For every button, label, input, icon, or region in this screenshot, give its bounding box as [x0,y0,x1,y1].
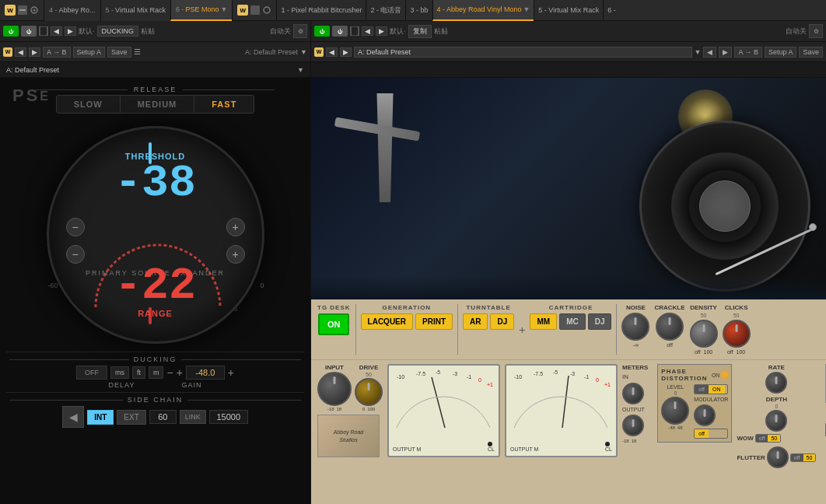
dj2-btn[interactable]: DJ [588,313,612,330]
sc-speaker-btn[interactable]: ◀ [62,406,84,428]
right-tab-5[interactable]: 5 - Virtual Mix Rack [534,0,603,21]
right-tab-2[interactable]: 2 - 电话音 [366,0,405,21]
sc-int-btn[interactable]: INT [87,410,114,425]
duck-off-btn[interactable]: OFF [76,366,107,380]
vinyl-preset-arrow[interactable]: ▼ [695,48,702,56]
pse-menu-icon[interactable]: ☰ [134,47,141,56]
pse-power-btn[interactable]: ⏻ [3,26,19,37]
pd-level-knob[interactable] [661,397,689,425]
duck-ft-btn[interactable]: ft [132,366,145,379]
duck-m-btn[interactable]: m [149,366,164,379]
release-medium-btn[interactable]: MEDIUM [121,95,194,114]
wow-50-btn[interactable]: 50 [768,435,780,442]
crackle-off-label: off [667,342,673,348]
pse-prev-btn[interactable]: ◀ [51,26,62,36]
clicks-knob[interactable] [723,320,751,348]
vinyl-preset-dropdown[interactable]: A: Default Preset [354,47,692,58]
meters-in-knob[interactable] [622,383,644,404]
duck-minus-btn[interactable]: − [166,366,173,379]
dj-btn[interactable]: DJ [490,313,514,330]
wow-off-btn[interactable]: off [756,435,768,442]
crackle-knob[interactable] [656,313,684,341]
waves-logo-right: W [237,5,248,16]
pse-preset-down-arrow[interactable]: ▼ [297,66,304,74]
pse-copy-btn[interactable]: DUCKING [97,26,139,37]
pse-preset-next[interactable]: ▶ [29,47,40,57]
mc-btn[interactable]: MC [559,313,586,330]
vinyl-preset-prev[interactable]: ◀ [326,47,338,57]
vinyl-setup-a-btn[interactable]: Setup A [765,47,797,58]
drive-knob[interactable] [355,378,383,406]
right-tab-5-label: 5 - Virtual Mix Rack [538,6,599,14]
vinyl-prev2-btn[interactable]: ◀ [703,47,716,58]
lacquer-btn[interactable]: LACQUER [361,313,413,330]
ducking-label: DUCKING [129,355,182,363]
sc-link-value: 15000 [209,410,248,424]
duck-plus-btn[interactable]: + [177,366,183,379]
svg-rect-7 [351,26,359,36]
vinyl-prev-btn[interactable]: ◀ [362,26,373,36]
phase-distortion-group: PHASE DISTORTION ON LEVEL 0 [657,364,732,443]
noise-knob[interactable] [621,313,649,341]
flutter-knob[interactable] [767,446,789,468]
flutter-off-btn[interactable]: off [791,454,803,461]
release-line-left [36,89,127,90]
vinyl-power-btn2[interactable]: ⏻ [332,26,348,37]
duck-gain-plus-btn[interactable]: + [228,366,234,379]
vinyl-power-btn[interactable]: ⏻ [314,26,330,37]
print-btn[interactable]: PRINT [415,313,453,330]
density-off: off [695,349,701,355]
depth-knob[interactable] [765,410,787,432]
vinyl-copy-btn[interactable]: 复制 [408,25,432,38]
right-tab-4[interactable]: 4 - Abbey Road Vinyl Mono ▼ [432,0,534,21]
vinyl-ab-btn[interactable]: A → B [734,47,762,58]
pd-off2-btn[interactable]: off [695,429,709,438]
pse-power-btn2[interactable]: ⏻ [21,26,37,37]
flutter-toggle: off 50 [790,453,816,462]
sc-ext-btn[interactable]: EXT [117,410,145,425]
right-tab-6[interactable]: 6 - [603,0,620,21]
pd-on-btn[interactable]: ON [709,385,725,394]
vinyl-settings-btn[interactable]: ⚙ [809,24,823,38]
vinyl-save-btn[interactable]: Save [799,47,823,58]
release-fast-btn[interactable]: FAST [194,95,254,114]
output-knob[interactable] [622,415,644,436]
duck-ms-btn[interactable]: ms [110,366,129,379]
pse-preset-prev[interactable]: ◀ [15,47,26,57]
release-slow-btn[interactable]: SLOW [56,95,121,114]
vinyl-preset-next[interactable]: ▶ [340,47,352,57]
vinyl-next-btn[interactable]: ▶ [376,26,387,36]
pse-save-btn[interactable]: Save [107,47,131,58]
right-tab-3[interactable]: 3 - bb [405,0,432,21]
ar-btn[interactable]: AR [463,313,488,330]
input-label: INPUT [325,364,344,371]
left-tab-5[interactable]: 5 - Virtual Mix Rack [100,0,170,21]
density-knob[interactable] [690,320,718,348]
pse-ab-btn[interactable]: A → B [43,47,71,58]
toolbar-row-2: ⏻ ⏻ ◀ ▶ 默认· DUCKING 粘贴 自动关 ⚙ ⏻ ⏻ ◀ ▶ 默认·… [0,21,826,42]
crackle-group: CRACKLE off [654,304,684,348]
pse-settings-btn[interactable]: ⚙ [293,24,307,38]
input-knob[interactable] [317,372,352,406]
left-tab-6-chevron: ▼ [220,5,227,13]
pse-next-btn[interactable]: ▶ [65,26,76,36]
vinyl-next2-btn[interactable]: ▶ [719,47,732,58]
pd-48: 48 [677,425,683,430]
threshold-value: -38 [114,161,195,206]
pse-setup-a-btn[interactable]: Setup A [73,47,106,58]
mm-btn[interactable]: MM [530,313,557,330]
left-tab-6[interactable]: 6 - PSE Mono ▼ [170,0,232,21]
pd-off-btn[interactable]: off [695,385,709,394]
pse-preset-arrow[interactable]: ▼ [300,48,307,56]
rate-knob[interactable] [765,372,787,394]
modulator-knob[interactable] [694,404,716,426]
left-tab-4[interactable]: 4 - Abbey Ro... [44,0,100,21]
range-plus-btn[interactable]: + [226,245,245,264]
tg-on-btn[interactable]: ON [318,313,349,335]
sc-link-btn[interactable]: LINK [180,410,206,424]
range-minus-btn[interactable]: − [66,245,85,264]
threshold-plus-btn[interactable]: + [226,218,245,236]
right-tab-1[interactable]: 1 - Pixel Rabbit Bitcrusher [276,0,366,21]
flutter-50-btn[interactable]: 50 [803,454,816,461]
threshold-minus-btn[interactable]: − [66,218,85,236]
